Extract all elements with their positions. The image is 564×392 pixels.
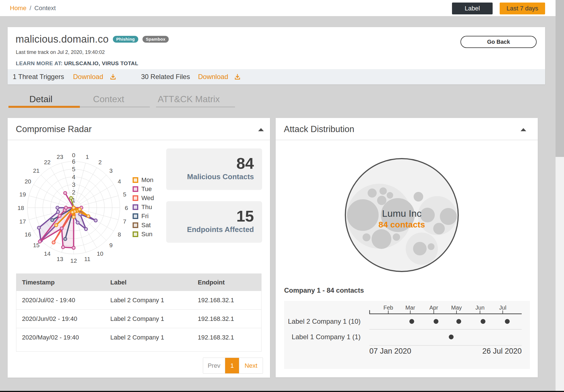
table-row[interactable]: 2020/May/02 - 19:40 Label 2 Company 1 19… (16, 328, 261, 347)
timeline-dot (409, 319, 414, 324)
timeline-dot (457, 319, 461, 324)
related-files-download-link[interactable]: Download (198, 69, 228, 84)
tab-attck-matrix[interactable]: ATT&CK Matrix (146, 93, 232, 104)
table-row[interactable]: 2020/Jun/02 - 19:40 Label 2 Company 1 19… (16, 310, 261, 328)
contacts-table: Timestamp Label Endpoint 2020/Jul/02 - 1… (16, 273, 262, 352)
pagination-prev[interactable]: Prev (203, 358, 225, 373)
radar-hour-label: 1 (86, 154, 89, 160)
radar-hour-label: 22 (44, 159, 51, 165)
radar-hour-label: 20 (25, 178, 31, 185)
radar-marker-thu (56, 206, 59, 209)
endpoints-affected-label: Endpoints Affected (166, 225, 254, 234)
legend-item-mon[interactable]: Mon (133, 176, 154, 185)
legend-label: Tue (141, 185, 152, 193)
compromise-radar-panel: Compromise Radar 01234567891011121314151… (8, 118, 270, 378)
pagination-next[interactable]: Next (239, 358, 263, 373)
breadcrumb-home-link[interactable]: Home (10, 5, 27, 12)
legend-label: Fri (141, 213, 149, 220)
timeline-month-label: May (451, 305, 462, 311)
download-icon[interactable] (234, 69, 241, 84)
threat-triggers-download-link[interactable]: Download (73, 69, 103, 84)
cell-timestamp: 2020/Jul/02 - 19:40 (16, 297, 110, 304)
contacts-table-header: Timestamp Label Endpoint (16, 274, 261, 291)
tab-context[interactable]: Context (89, 93, 128, 104)
radar-legend: MonTueWedThuFriSatSun (133, 176, 154, 239)
timeline-dot (480, 319, 485, 324)
timeline-month-label: Mar (405, 305, 415, 311)
threat-summary-card: malicious.domain.co Phishing Spambox Las… (8, 27, 545, 84)
badge-phishing: Phishing (113, 36, 138, 43)
radar-marker-tue (63, 191, 67, 194)
legend-item-wed[interactable]: Wed (133, 194, 154, 203)
timeline-dot (505, 319, 510, 324)
radar-marker-mon (72, 215, 75, 218)
learn-more-line: LEARN MORE AT: URLSCAN.IO, VIRUS TOTAL (16, 60, 138, 67)
timeline-start-date: 07 Jan 2020 (369, 347, 411, 355)
cell-label: Label 2 Company 1 (110, 334, 198, 341)
go-back-button[interactable]: Go Back (460, 36, 537, 48)
radar-hour-label: 13 (57, 256, 63, 262)
radar-hour-label: 21 (33, 167, 39, 174)
cell-label: Label 2 Company 1 (110, 297, 198, 304)
learn-more-links[interactable]: URLSCAN.IO, VIRUS TOTAL (64, 60, 138, 66)
radar-hour-label: 7 (123, 218, 126, 225)
radar-value-label: 3 (72, 181, 75, 188)
radar-marker-mon (55, 224, 58, 227)
radar-hour-label: 11 (84, 256, 91, 262)
legend-item-sun[interactable]: Sun (133, 230, 154, 239)
radar-hour-label: 18 (17, 205, 24, 211)
radar-hour-label: 14 (44, 250, 51, 257)
radar-marker-wed (52, 241, 55, 244)
radar-hour-label: 4 (118, 178, 121, 185)
radar-grid-spoke (74, 185, 114, 208)
malicious-contacts-stat: 84 Malicious Contacts (166, 148, 262, 190)
date-range-button[interactable]: Last 7 days (500, 3, 545, 14)
contacts-timeline-chart: FebMarAprMayJunJulLabel 2 Company 1 (10)… (276, 118, 538, 377)
breadcrumb-separator: / (30, 5, 31, 12)
col-label: Label (110, 279, 198, 286)
legend-item-tue[interactable]: Tue (133, 185, 154, 194)
active-tab-indicator (8, 106, 80, 108)
page-scrollbar[interactable] (556, 0, 564, 392)
download-icon[interactable] (109, 69, 117, 84)
legend-item-sat[interactable]: Sat (133, 221, 154, 230)
radar-marker-mon (87, 215, 90, 218)
tab-detail[interactable]: Detail (8, 93, 74, 104)
timeline-row-label: Label 1 Company 1 (1) (292, 333, 361, 341)
breadcrumb: Home / Context (10, 0, 56, 16)
cell-label: Label 2 Company 1 (110, 315, 198, 323)
cell-endpoint: 192.168.32.1 (198, 315, 261, 323)
legend-item-fri[interactable]: Fri (133, 212, 154, 221)
radar-marker-tue (38, 240, 41, 243)
pagination: Prev 1 Next (203, 358, 263, 374)
scrollbar-thumb[interactable] (556, 0, 564, 157)
threat-files-strip: 1 Threat Triggers Download 30 Related Fi… (8, 69, 545, 84)
threat-triggers-text: 1 Threat Triggers (13, 69, 64, 84)
radar-hour-label: 9 (109, 242, 113, 248)
col-endpoint: Endpoint (198, 279, 261, 286)
pagination-page-1[interactable]: 1 (225, 358, 239, 373)
legend-label: Sat (141, 222, 151, 229)
radar-hour-label: 6 (125, 205, 128, 211)
legend-label: Mon (141, 176, 153, 184)
radar-marker-sun (69, 196, 73, 200)
table-row[interactable]: 2020/Jul/02 - 19:40 Label 2 Company 1 19… (16, 291, 261, 310)
learn-more-label: LEARN MORE AT: (16, 60, 63, 66)
legend-item-thu[interactable]: Thu (133, 203, 154, 212)
cell-timestamp: 2020/May/02 - 19:40 (16, 334, 110, 341)
radar-marker-tue (58, 214, 61, 217)
window-bottom-edge (0, 391, 564, 392)
tab-underline (156, 107, 235, 107)
radar-hour-label: 10 (97, 250, 103, 257)
legend-swatch-sun (133, 231, 138, 237)
radar-marker-mon (72, 206, 75, 209)
radar-grid-spoke (74, 168, 97, 208)
endpoints-affected-stat: 15 Endpoints Affected (166, 201, 262, 243)
label-button[interactable]: Label (452, 3, 493, 14)
radar-hour-label: 19 (19, 191, 26, 198)
radar-hour-label: 16 (25, 231, 31, 238)
radar-marker-tue (62, 246, 65, 249)
radar-marker-thu (94, 219, 97, 222)
radar-hour-label: 5 (123, 191, 126, 198)
radar-marker-tue (60, 227, 63, 230)
